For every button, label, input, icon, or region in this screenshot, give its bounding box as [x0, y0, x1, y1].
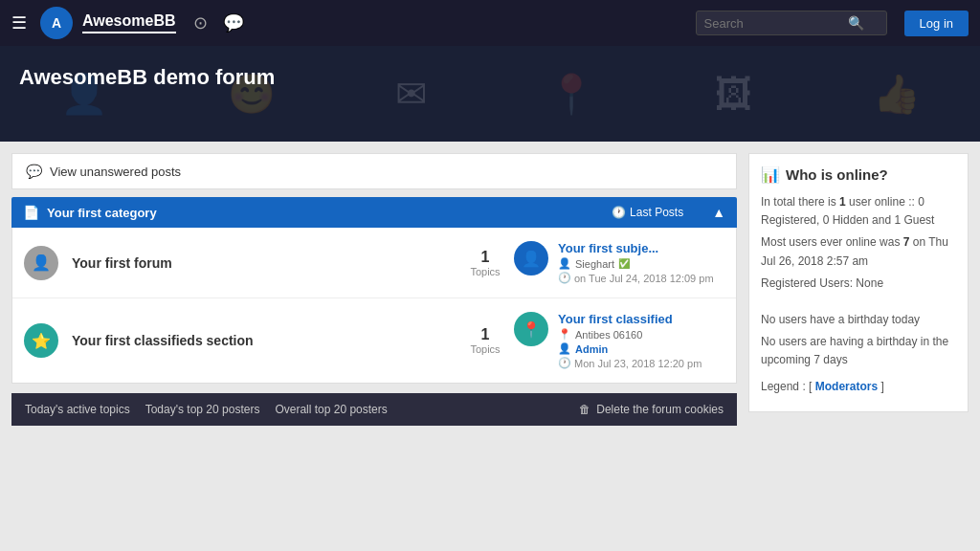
most-users-text: Most users ever online was 7 on Thu Jul …: [761, 233, 956, 270]
logo-letter: A: [52, 15, 61, 31]
forum-topics-classified: 1 Topics: [457, 326, 514, 355]
login-button[interactable]: Log in: [904, 11, 969, 36]
birthday1-text: No users have a birthday today: [761, 311, 956, 329]
location-icon: 📍: [558, 328, 571, 341]
forum-name-classified[interactable]: Your first classifieds section: [72, 333, 457, 348]
last-post-title[interactable]: Your first subje...: [558, 241, 724, 255]
footer-link-active-topics[interactable]: Today's active topics: [25, 403, 130, 416]
time-icon2: 🕐: [558, 357, 571, 369]
comment-icon: 💬: [26, 164, 42, 179]
left-column: 💬 View unanswered posts 📄 Your first cat…: [11, 153, 737, 426]
brand-name[interactable]: AwesomeBB: [82, 12, 176, 33]
chart-icon: 📊: [761, 165, 780, 184]
last-post-time: 🕐 on Tue Jul 24, 2018 12:09 pm: [558, 272, 724, 284]
navbar: ☰ A AwesomeBB ⊙ 💬 🔍 Log in: [0, 0, 980, 46]
delete-cookies-button[interactable]: 🗑 Delete the forum cookies: [579, 403, 724, 416]
user-icon: 👤: [558, 257, 571, 270]
hero-icons: 👤😊✉📍🖼👍: [0, 46, 980, 142]
topics-count: 1: [457, 326, 514, 343]
view-unanswered-bar[interactable]: 💬 View unanswered posts: [11, 153, 737, 189]
time-icon: 🕐: [558, 272, 571, 284]
last-post-author-classified: 👤 Admin: [558, 342, 724, 355]
online-count-text: In total there is 1 user online :: 0 Reg…: [761, 193, 956, 230]
who-online-widget: 📊 Who is online? In total there is 1 use…: [748, 153, 969, 412]
last-post-time-classified: 🕐 Mon Jul 23, 2018 12:20 pm: [558, 357, 724, 369]
category-icon: 📄: [23, 205, 39, 220]
hamburger-icon[interactable]: ☰: [11, 12, 27, 33]
last-post-avatar-classified: 📍: [514, 312, 548, 346]
last-post-title-classified[interactable]: Your first classified: [558, 312, 724, 326]
forum-icon: 👤: [24, 246, 58, 280]
forum-name[interactable]: Your first forum: [72, 255, 457, 271]
category-title: Your first category: [47, 206, 612, 220]
table-row: ⭐ Your first classifieds section 1 Topic…: [12, 298, 736, 383]
footer-bar: Today's active topics Today's top 20 pos…: [11, 393, 737, 426]
topics-count: 1: [457, 249, 514, 266]
category-header: 📄 Your first category 🕐 Last Posts ▲: [11, 197, 737, 228]
who-online-title: 📊 Who is online?: [761, 165, 956, 184]
search-input[interactable]: [704, 16, 848, 31]
last-post-author: 👤 Sieghart ✅: [558, 257, 724, 270]
last-post-location: 📍 Antibes 06160: [558, 328, 724, 341]
forum-title: AwesomeBB demo forum: [19, 65, 961, 90]
last-post-info: Your first subje... 👤 Sieghart ✅ 🕐 on Tu…: [558, 241, 724, 284]
hero-section: 👤😊✉📍🖼👍 AwesomeBB demo forum: [0, 46, 980, 142]
forum-table: 👤 Your first forum 1 Topics 👤 Your first…: [11, 228, 737, 384]
search-icon[interactable]: 🔍: [848, 15, 864, 31]
right-column: 📊 Who is online? In total there is 1 use…: [748, 153, 969, 426]
chat-icon[interactable]: 💬: [223, 12, 244, 33]
clock-icon: 🕐: [612, 206, 626, 219]
table-row: 👤 Your first forum 1 Topics 👤 Your first…: [12, 228, 736, 298]
view-unanswered-label: View unanswered posts: [50, 165, 181, 179]
footer-link-overall-top[interactable]: Overall top 20 posters: [275, 403, 387, 416]
registered-users-text: Registered Users: None: [761, 275, 956, 293]
last-posts-label: 🕐 Last Posts: [612, 206, 683, 219]
forum-topics: 1 Topics: [457, 249, 514, 277]
birthday2-text: No users are having a birthday in the up…: [761, 333, 956, 369]
last-post-classified: 📍 Your first classified 📍 Antibes 06160 …: [514, 312, 724, 369]
topics-label: Topics: [457, 266, 514, 277]
last-post-info-classified: Your first classified 📍 Antibes 06160 👤 …: [558, 312, 724, 369]
legend-line: Legend : [ Moderators ]: [761, 378, 956, 396]
footer-link-top-posters[interactable]: Today's top 20 posters: [145, 403, 260, 416]
search-box: 🔍: [696, 11, 887, 35]
topics-label: Topics: [457, 343, 514, 355]
last-post: 👤 Your first subje... 👤 Sieghart ✅ 🕐 on …: [514, 241, 724, 284]
main-layout: 💬 View unanswered posts 📄 Your first cat…: [0, 142, 980, 426]
grid-icon[interactable]: ⊙: [193, 12, 208, 33]
trash-icon: 🗑: [579, 403, 590, 416]
user-icon2: 👤: [558, 342, 571, 355]
forum-icon-classified: ⭐: [24, 323, 58, 358]
moderators-link[interactable]: Moderators: [815, 380, 878, 393]
logo: A: [40, 7, 73, 39]
last-post-avatar: 👤: [514, 241, 548, 276]
collapse-button[interactable]: ▲: [712, 205, 725, 220]
verified-icon: ✅: [618, 258, 630, 269]
